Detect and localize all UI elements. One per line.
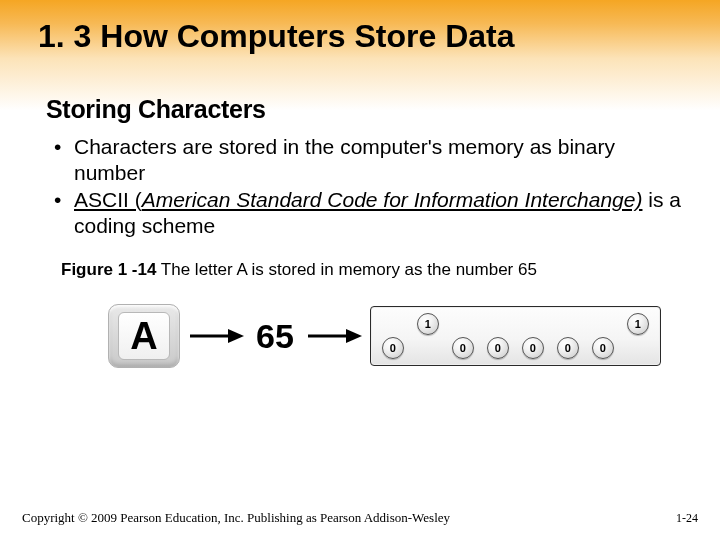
copyright-text: Copyright © 2009 Pearson Education, Inc.… [22,510,450,526]
bit-ball: 1 [417,313,439,335]
bit-ball: 0 [592,337,614,359]
bit-ball: 0 [557,337,579,359]
bit-ball: 0 [522,337,544,359]
bit-cell: 0 [483,313,513,359]
bit-cell: 0 [448,313,478,359]
bit-cell: 1 [413,313,443,359]
bit-value: 0 [390,342,396,354]
bullet-text: Characters are stored in the computer's … [74,135,615,184]
bit-value: 0 [495,342,501,354]
bit-ball: 0 [452,337,474,359]
bit-ball: 1 [627,313,649,335]
bit-cell: 0 [518,313,548,359]
keycap: A [108,304,180,368]
figure-diagram: A 65 01000001 [108,304,682,368]
arrow-icon [188,326,244,346]
bit-cell: 1 [623,313,653,359]
slide-content: 1. 3 How Computers Store Data Storing Ch… [0,0,720,368]
bit-value: 0 [530,342,536,354]
figure-description: The letter A is stored in memory as the … [156,260,536,279]
bit-cell: 0 [553,313,583,359]
keycap-letter: A [130,315,157,358]
bullet-list: Characters are stored in the computer's … [50,134,682,238]
bullet-item: Characters are stored in the computer's … [50,134,682,185]
bit-value: 1 [425,318,431,330]
bit-value: 0 [565,342,571,354]
slide-footer: Copyright © 2009 Pearson Education, Inc.… [22,510,698,526]
slide-title: 1. 3 How Computers Store Data [38,18,682,55]
bit-cell: 0 [588,313,618,359]
bullet-emphasis: American Standard Code for Information I… [142,188,643,211]
bullet-item: ASCII (American Standard Code for Inform… [50,187,682,238]
arrow-icon [306,326,362,346]
bit-value: 0 [600,342,606,354]
bit-box: 01000001 [370,306,661,366]
bit-ball: 0 [382,337,404,359]
figure-caption: Figure 1 -14 The letter A is stored in m… [61,260,682,280]
page-number: 1-24 [676,511,698,526]
svg-marker-1 [228,329,244,343]
svg-marker-3 [346,329,362,343]
bullet-underline: ASCII ( [74,188,142,211]
figure-number: Figure 1 -14 [61,260,156,279]
bit-value: 1 [635,318,641,330]
ascii-code: 65 [256,317,294,356]
slide-subtitle: Storing Characters [46,95,682,124]
bit-cell: 0 [378,313,408,359]
bit-value: 0 [460,342,466,354]
bit-ball: 0 [487,337,509,359]
